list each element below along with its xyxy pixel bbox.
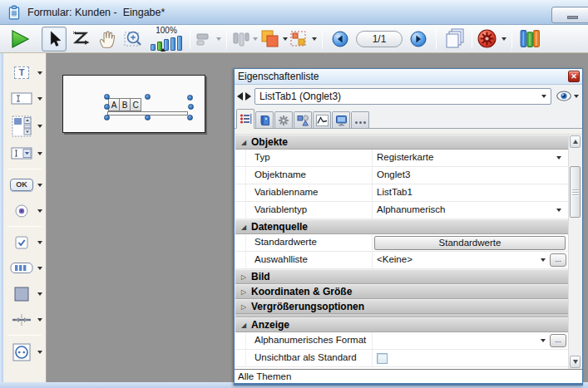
object-level-menu-button[interactable] xyxy=(259,27,288,52)
form-properties-menu-button[interactable] xyxy=(477,27,506,52)
selection-handle[interactable] xyxy=(145,94,151,100)
align-menu-button[interactable] xyxy=(195,27,221,52)
prev-page-button[interactable] xyxy=(328,27,353,52)
unsichtbar-checkbox[interactable] xyxy=(377,353,388,364)
palette-separator xyxy=(7,169,42,169)
library-button[interactable] xyxy=(517,27,542,52)
distribute-menu-button[interactable] xyxy=(232,27,258,52)
push-button-tool[interactable]: OK xyxy=(3,172,46,198)
pan-tool-button[interactable] xyxy=(95,27,120,52)
dropdown-arrow-icon xyxy=(37,184,42,187)
expand-icon[interactable]: ◢ xyxy=(241,322,251,329)
collapse-icon[interactable]: ▷ xyxy=(241,273,251,281)
property-list: ◢ Objekte Typ Registerkarte Objektname O… xyxy=(235,135,568,369)
tab-property-list[interactable] xyxy=(236,109,254,129)
tab-control-tab-c[interactable]: C xyxy=(130,98,141,111)
next-page-button[interactable] xyxy=(406,27,431,52)
form-editor-window: Formular: Kunden - Eingabe* xyxy=(0,0,588,388)
section-header-anzeige[interactable]: ◢ Anzeige xyxy=(235,317,568,332)
tab-control-tab-b[interactable]: B xyxy=(119,98,131,111)
selection-handle[interactable] xyxy=(188,104,194,110)
run-form-button[interactable] xyxy=(7,27,32,52)
themes-filter-bar[interactable]: Alle Themen xyxy=(235,369,582,383)
expand-icon[interactable]: ◢ xyxy=(241,139,251,146)
dropdown-arrow-icon[interactable] xyxy=(556,156,561,160)
panel-close-button[interactable]: ✕ xyxy=(568,71,580,82)
selection-handle[interactable] xyxy=(104,115,110,120)
tab-events[interactable] xyxy=(313,111,331,128)
ellipsis-button[interactable]: ... xyxy=(550,334,566,347)
checkbox-tool[interactable] xyxy=(3,229,46,255)
panel-titlebar[interactable]: Eigenschaftenliste ✕ xyxy=(235,69,582,85)
list-icon xyxy=(240,113,252,125)
property-value-text[interactable]: ListTab1 xyxy=(377,187,413,197)
property-value-dropdown[interactable]: <Keine> xyxy=(377,254,413,264)
selection-handle[interactable] xyxy=(104,94,110,100)
minimize-button[interactable] xyxy=(551,7,588,23)
selection-handle[interactable] xyxy=(104,104,110,110)
zoom-level-widget[interactable]: 100% xyxy=(151,27,182,51)
object-selector[interactable]: ListTab1 (Onglet3) xyxy=(254,88,551,105)
section-header-bild[interactable]: ▷ Bild xyxy=(235,269,568,284)
titlebar[interactable]: Formular: Kunden - Eingabe* xyxy=(0,0,588,25)
dropdown-arrow-icon[interactable] xyxy=(541,258,546,262)
visibility-menu-button[interactable] xyxy=(556,91,579,101)
zoom-tool-button[interactable] xyxy=(121,27,146,52)
expand-icon[interactable]: ◢ xyxy=(241,223,251,231)
input-field-tool[interactable] xyxy=(3,86,46,111)
dropdown-arrow-icon xyxy=(37,97,42,101)
object-selector-row: ListTab1 (Onglet3) xyxy=(235,85,582,107)
section-header-objekte[interactable]: ◢ Objekte xyxy=(235,135,568,150)
ellipsis-button[interactable]: ... xyxy=(550,253,566,267)
entry-order-tool-button[interactable] xyxy=(68,27,93,52)
zoom-bar-800[interactable] xyxy=(177,36,182,51)
form-page[interactable]: A B C xyxy=(62,75,205,133)
tab-control-tab-a[interactable]: A xyxy=(108,98,120,111)
property-value-dropdown[interactable]: Alphanumerisch xyxy=(377,204,445,214)
tab-display[interactable] xyxy=(332,111,350,128)
gear-gray-icon xyxy=(278,115,289,126)
radio-button-tool[interactable] xyxy=(3,198,46,223)
plugin-area-tool[interactable] xyxy=(3,338,46,366)
property-value-text[interactable]: Onglet3 xyxy=(377,169,410,179)
selection-handle[interactable] xyxy=(187,95,193,101)
dropdown-arrow-icon[interactable] xyxy=(556,209,561,212)
prev-object-button[interactable] xyxy=(237,92,243,101)
rectangle-tool[interactable] xyxy=(3,281,46,307)
tab-data[interactable] xyxy=(255,111,274,128)
tab-objects[interactable] xyxy=(294,111,312,128)
zoom-bar-50[interactable] xyxy=(151,44,156,51)
tab-more[interactable] xyxy=(351,111,369,128)
button-grid-tool[interactable] xyxy=(3,255,46,281)
combobox-icon xyxy=(9,147,34,160)
scrollbar-down-button[interactable] xyxy=(570,356,581,368)
duplicate-menu-button[interactable] xyxy=(289,27,317,52)
selection-handle[interactable] xyxy=(187,115,193,120)
tab-options[interactable] xyxy=(274,111,293,128)
selection-handle[interactable] xyxy=(145,115,151,120)
standardwerte-button[interactable]: Standardwerte xyxy=(374,236,566,250)
splitter-tool[interactable] xyxy=(3,307,46,332)
section-header-vergroesserung[interactable]: ▷ Vergrößerungsoptionen xyxy=(235,299,568,314)
toolbar-separator xyxy=(322,29,323,49)
zoom-bar-400[interactable] xyxy=(170,37,175,51)
dropdown-arrow-icon[interactable] xyxy=(541,339,546,342)
tab-control-object[interactable]: A B C xyxy=(108,98,141,111)
select-tool-button[interactable] xyxy=(42,27,67,52)
combobox-tool[interactable] xyxy=(3,140,46,166)
scrollbar-up-button[interactable] xyxy=(570,135,581,148)
static-text-tool[interactable]: T xyxy=(3,60,46,86)
panel-scrollbar[interactable] xyxy=(568,135,581,369)
next-object-button[interactable] xyxy=(245,92,251,101)
scrollbar-thumb[interactable] xyxy=(570,166,581,218)
collapse-icon[interactable]: ▷ xyxy=(241,303,251,311)
section-header-datenquelle[interactable]: ◢ Datenquelle xyxy=(235,219,568,234)
dropdown-arrow-icon xyxy=(37,71,42,75)
section-header-koordinaten[interactable]: ▷ Koordinaten & Größe xyxy=(235,284,568,299)
property-value-dropdown[interactable]: Registerkarte xyxy=(377,152,433,162)
listbox-tool[interactable] xyxy=(3,111,46,140)
collapse-icon[interactable]: ▷ xyxy=(241,288,251,296)
form-pages-button[interactable] xyxy=(442,27,467,52)
zoom-bars[interactable] xyxy=(151,36,182,51)
property-row-variablentyp: Variablentyp Alphanumerisch xyxy=(235,202,568,219)
